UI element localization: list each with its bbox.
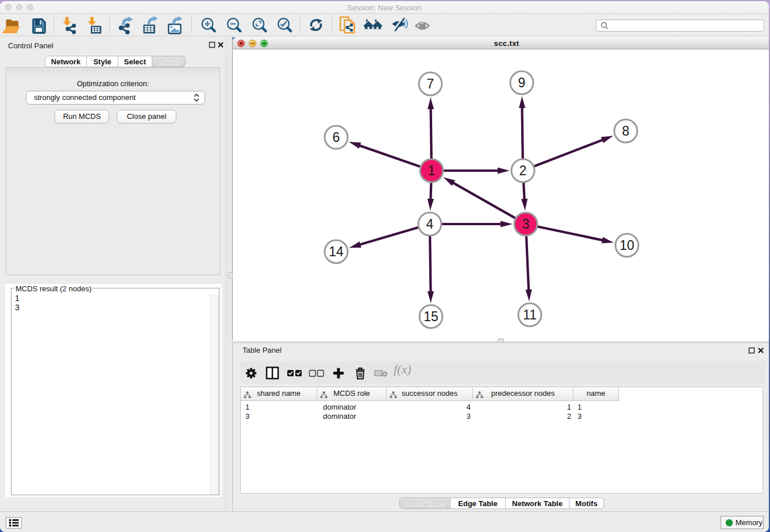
- svg-text:8: 8: [622, 124, 630, 138]
- svg-text:4: 4: [426, 217, 434, 232]
- svg-text:15: 15: [424, 309, 438, 324]
- svg-text:7: 7: [427, 76, 434, 91]
- svg-text:1: 1: [428, 163, 436, 178]
- svg-text:11: 11: [523, 307, 537, 322]
- svg-text:2: 2: [519, 163, 527, 178]
- svg-text:10: 10: [619, 238, 634, 253]
- svg-text:14: 14: [329, 244, 344, 259]
- svg-text:6: 6: [333, 130, 340, 145]
- svg-text:3: 3: [522, 217, 530, 232]
- svg-text:9: 9: [518, 75, 526, 90]
